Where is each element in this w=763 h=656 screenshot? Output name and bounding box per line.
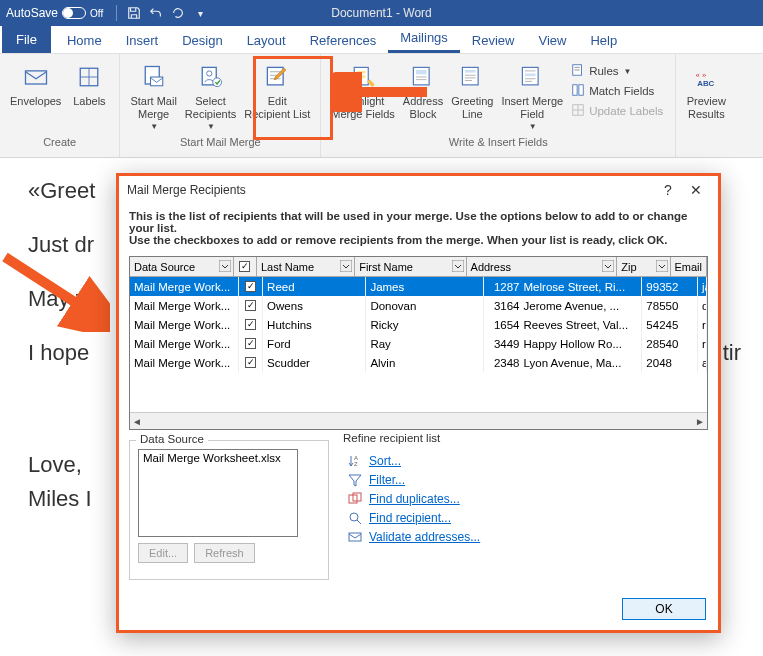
svg-rect-42 xyxy=(219,260,231,272)
svg-line-41 xyxy=(5,257,90,312)
recipients-grid[interactable]: Data Source Last Name First Name Address… xyxy=(129,256,708,430)
table-row[interactable]: Mail Merge Work...ReedJames1287Melrose S… xyxy=(130,277,707,296)
table-row[interactable]: Mail Merge Work...OwensDonovan3164Jerome… xyxy=(130,296,707,315)
svg-rect-53 xyxy=(349,533,361,541)
sort-icon: AZ xyxy=(347,453,363,469)
tab-review[interactable]: Review xyxy=(460,27,527,53)
match-fields-icon xyxy=(571,83,585,99)
annotation-arrow-ribbon xyxy=(332,72,432,112)
document-title: Document1 - Word xyxy=(331,6,431,20)
row-checkbox[interactable] xyxy=(245,357,256,368)
dialog-close-button[interactable]: ✕ xyxy=(682,182,710,198)
ok-button[interactable]: OK xyxy=(622,598,706,620)
tab-file[interactable]: File xyxy=(2,26,51,53)
table-row[interactable]: Mail Merge Work...HutchinsRicky1654Reeve… xyxy=(130,315,707,334)
insert-merge-field-icon xyxy=(516,61,548,93)
greeting-line-label: Greeting Line xyxy=(451,95,493,120)
refresh-datasource-button: Refresh xyxy=(194,543,255,563)
group-create-label: Create xyxy=(43,134,76,148)
labels-label: Labels xyxy=(73,95,105,108)
col-email[interactable]: Email xyxy=(671,257,708,276)
svg-rect-46 xyxy=(656,260,668,272)
dialog-titlebar[interactable]: Mail Merge Recipients ? ✕ xyxy=(119,176,718,204)
row-checkbox[interactable] xyxy=(245,319,256,330)
svg-line-52 xyxy=(357,520,361,524)
rules-button[interactable]: Rules▼ xyxy=(569,62,633,80)
autosave-toggle[interactable]: AutoSave Off xyxy=(6,6,103,20)
update-labels-icon xyxy=(571,103,585,119)
col-last-name[interactable]: Last Name xyxy=(257,257,355,276)
validate-icon xyxy=(347,529,363,545)
find-duplicates-link[interactable]: Find duplicates... xyxy=(347,491,700,507)
tab-view[interactable]: View xyxy=(526,27,578,53)
col-checkbox[interactable] xyxy=(234,257,257,276)
greeting-line-icon xyxy=(456,61,488,93)
filter-link[interactable]: Filter... xyxy=(347,472,700,488)
tab-design[interactable]: Design xyxy=(170,27,234,53)
sort-link[interactable]: AZSort... xyxy=(347,453,700,469)
find-recipient-icon xyxy=(347,510,363,526)
start-mail-merge-button[interactable]: Start Mail Merge▼ xyxy=(126,58,180,134)
dialog-title: Mail Merge Recipients xyxy=(127,183,246,197)
envelopes-button[interactable]: Envelopes xyxy=(6,58,65,111)
row-checkbox[interactable] xyxy=(245,281,256,292)
tab-layout[interactable]: Layout xyxy=(235,27,298,53)
insert-merge-field-button[interactable]: Insert Merge Field▼ xyxy=(497,58,567,134)
table-row[interactable]: Mail Merge Work...FordRay3449Happy Hollo… xyxy=(130,334,707,353)
autosave-state: Off xyxy=(90,8,103,19)
data-source-panel: Data Source Mail Merge Worksheet.xlsx Ed… xyxy=(129,440,329,580)
save-icon[interactable] xyxy=(126,5,142,21)
redo-icon[interactable] xyxy=(170,5,186,21)
group-write-label: Write & Insert Fields xyxy=(449,134,548,148)
col-first-name[interactable]: First Name xyxy=(355,257,466,276)
svg-point-51 xyxy=(350,513,358,521)
preview-results-button[interactable]: « »ABC Preview Results xyxy=(682,58,730,123)
svg-point-8 xyxy=(212,78,221,87)
row-checkbox[interactable] xyxy=(245,338,256,349)
col-data-source[interactable]: Data Source xyxy=(130,257,234,276)
data-source-list[interactable]: Mail Merge Worksheet.xlsx xyxy=(138,449,298,537)
edit-datasource-button: Edit... xyxy=(138,543,188,563)
select-recipients-icon xyxy=(195,61,227,93)
tab-references[interactable]: References xyxy=(298,27,388,53)
svg-text:«  »: « » xyxy=(696,69,707,79)
labels-button[interactable]: Labels xyxy=(65,58,113,111)
table-row[interactable]: Mail Merge Work...ScudderAlvin2348Lyon A… xyxy=(130,353,707,372)
svg-rect-33 xyxy=(573,85,577,96)
svg-rect-43 xyxy=(340,260,352,272)
svg-rect-45 xyxy=(602,260,614,272)
svg-rect-0 xyxy=(25,71,46,84)
col-zip[interactable]: Zip xyxy=(617,257,670,276)
refine-legend: Refine recipient list xyxy=(339,432,444,444)
col-address[interactable]: Address xyxy=(467,257,618,276)
tab-home[interactable]: Home xyxy=(55,27,114,53)
select-recipients-label: Select Recipients xyxy=(185,95,236,120)
svg-rect-34 xyxy=(579,85,583,96)
match-fields-button[interactable]: Match Fields xyxy=(569,82,656,100)
envelopes-label: Envelopes xyxy=(10,95,61,108)
group-start-label: Start Mail Merge xyxy=(180,134,261,148)
preview-results-icon: « »ABC xyxy=(690,61,722,93)
tab-help[interactable]: Help xyxy=(578,27,629,53)
preview-results-label: Preview Results xyxy=(687,95,726,120)
grid-scrollbar[interactable]: ◄► xyxy=(130,412,707,429)
svg-rect-44 xyxy=(452,260,464,272)
validate-addresses-link[interactable]: Validate addresses... xyxy=(347,529,700,545)
update-labels-button: Update Labels xyxy=(569,102,665,120)
undo-icon[interactable] xyxy=(148,5,164,21)
greeting-line-button[interactable]: Greeting Line xyxy=(447,58,497,123)
group-preview: « »ABC Preview Results xyxy=(676,54,736,157)
tab-insert[interactable]: Insert xyxy=(114,27,171,53)
annotation-arrow-doc xyxy=(0,252,110,332)
qat-more-icon[interactable]: ▾ xyxy=(192,5,208,21)
rules-icon xyxy=(571,63,585,79)
tab-mailings[interactable]: Mailings xyxy=(388,24,460,53)
labels-icon xyxy=(73,61,105,93)
find-recipient-link[interactable]: Find recipient... xyxy=(347,510,700,526)
dialog-help-button[interactable]: ? xyxy=(654,182,682,198)
duplicates-icon xyxy=(347,491,363,507)
select-recipients-button[interactable]: Select Recipients▼ xyxy=(181,58,240,134)
row-checkbox[interactable] xyxy=(245,300,256,311)
svg-rect-21 xyxy=(465,70,476,73)
autosave-toggle-switch[interactable] xyxy=(62,7,86,19)
